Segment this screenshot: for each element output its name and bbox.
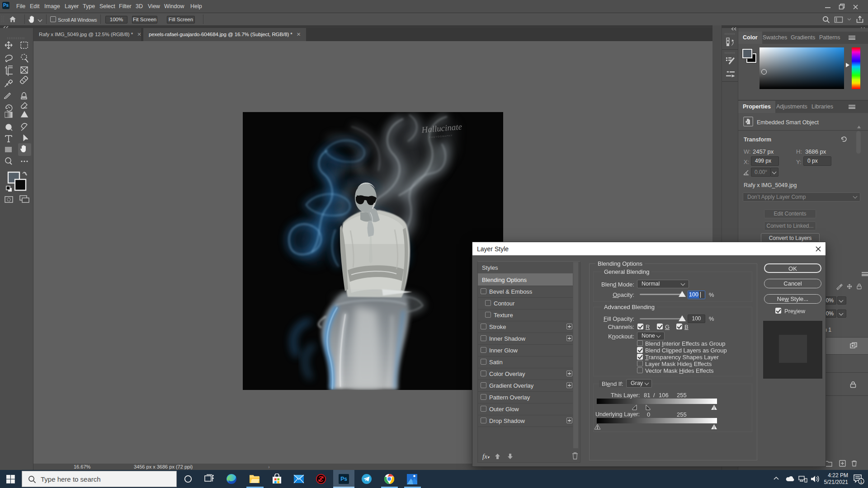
svg-text:1: 1 bbox=[860, 479, 862, 484]
